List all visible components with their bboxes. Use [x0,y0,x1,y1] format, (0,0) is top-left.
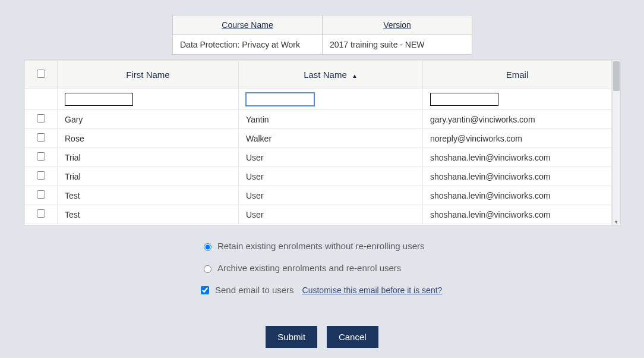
email-cell: noreply@vinciworks.com [423,129,612,148]
scrollbar-thumb[interactable] [613,61,620,91]
email-header-label: Email [506,70,529,80]
retain-label: Retain existing enrolments without re-en… [217,241,425,251]
row-checkbox[interactable] [37,190,45,199]
first-name-header[interactable]: First Name [58,61,239,89]
course-name-cell: Data Protection: Privacy at Work [173,35,323,55]
last-name-cell: User [239,205,423,224]
table-row: TrialUsershoshana.levin@vinciworks.com [25,167,612,186]
customise-email-link[interactable]: Customise this email before it is sent? [302,285,443,295]
scroll-down-icon[interactable]: ▾ [613,218,620,226]
users-table-container: First Name Last Name ▲ Email GaryYanting… [24,59,621,226]
retain-radio[interactable] [204,243,211,251]
row-checkbox[interactable] [37,152,45,161]
email-cell: shoshana.levin@vinciworks.com [423,186,612,205]
submit-button[interactable]: Submit [266,326,317,348]
row-checkbox[interactable] [37,114,45,123]
email-cell: gary.yantin@vinciworks.com [423,110,612,129]
first-name-filter[interactable] [65,93,133,106]
row-checkbox[interactable] [37,133,45,142]
row-checkbox[interactable] [37,209,45,218]
first-name-header-label: First Name [126,70,169,80]
email-filter[interactable] [430,93,498,106]
last-name-filter[interactable] [246,93,314,106]
email-cell: shoshana.levin@vinciworks.com [423,148,612,167]
course-version-header[interactable]: Version [323,15,472,35]
first-name-cell: Gary [58,110,239,129]
course-name-header[interactable]: Course Name [173,15,323,35]
first-name-cell: Trial [58,167,239,186]
select-all-checkbox[interactable] [37,70,45,78]
last-name-cell: Yantin [239,110,423,129]
first-name-cell: Test [58,205,239,224]
first-name-cell: Rose [58,129,239,148]
table-row: TestUsershoshana.levin@vinciworks.com [25,186,612,205]
table-row: TrialUsershoshana.levin@vinciworks.com [25,148,612,167]
email-cell: shoshana.levin@vinciworks.com [423,167,612,186]
last-name-header-label: Last Name [304,70,347,80]
users-table: First Name Last Name ▲ Email GaryYanting… [24,60,612,224]
select-all-header[interactable] [25,61,58,89]
last-name-header[interactable]: Last Name ▲ [239,61,423,89]
first-name-cell: Test [58,186,239,205]
email-cell: shoshana.levin@vinciworks.com [423,205,612,224]
last-name-cell: User [239,186,423,205]
action-buttons: Submit Cancel [0,326,644,348]
row-checkbox[interactable] [37,171,45,180]
first-name-cell: Trial [58,148,239,167]
filter-row [25,89,612,110]
sort-asc-icon: ▲ [352,73,358,79]
email-header[interactable]: Email [423,61,612,89]
last-name-cell: Walker [239,129,423,148]
last-name-cell: User [239,148,423,167]
last-name-cell: User [239,167,423,186]
send-email-checkbox[interactable] [201,286,209,294]
vertical-scrollbar[interactable]: ▴ ▾ [612,60,620,225]
cancel-button[interactable]: Cancel [327,326,378,348]
course-info-table: Course Name Version Data Protection: Pri… [172,15,472,55]
table-row: TestUsershoshana.levin@vinciworks.com [25,205,612,224]
archive-label: Archive existing enrolments and re-enrol… [217,263,401,273]
enrolment-options: Retain existing enrolments without re-en… [201,241,442,307]
course-version-cell: 2017 training suite - NEW [323,35,472,55]
archive-radio[interactable] [204,265,211,273]
table-row: GaryYantingary.yantin@vinciworks.com [25,110,612,129]
table-row: RoseWalkernoreply@vinciworks.com [25,129,612,148]
send-email-label: Send email to users [215,285,294,295]
course-row: Data Protection: Privacy at Work 2017 tr… [173,35,472,55]
